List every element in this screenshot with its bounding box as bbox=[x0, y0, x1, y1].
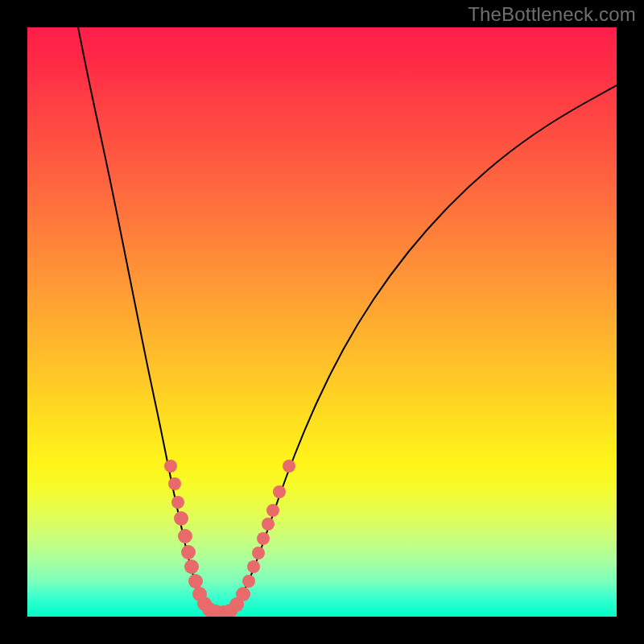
plot-area bbox=[27, 27, 617, 617]
highlight-dot bbox=[262, 518, 275, 530]
highlight-dot bbox=[273, 485, 286, 498]
highlight-dot bbox=[247, 560, 260, 573]
highlight-dot bbox=[188, 574, 203, 588]
curve-layer bbox=[27, 27, 617, 617]
highlight-dot bbox=[181, 545, 196, 559]
highlight-dot bbox=[236, 587, 250, 601]
highlight-dot bbox=[184, 559, 199, 574]
highlight-dot bbox=[178, 529, 192, 543]
highlight-dot bbox=[168, 477, 181, 490]
highlight-dots bbox=[164, 460, 295, 617]
highlight-dot bbox=[171, 496, 184, 509]
highlight-dot bbox=[283, 460, 295, 473]
highlight-dot bbox=[174, 511, 188, 526]
bottleneck-curve bbox=[78, 27, 617, 613]
highlight-dot bbox=[266, 504, 279, 517]
chart-frame: TheBottleneck.com bbox=[0, 0, 644, 644]
watermark-text: TheBottleneck.com bbox=[468, 3, 636, 26]
highlight-dot bbox=[257, 532, 270, 545]
highlight-dot bbox=[242, 575, 255, 588]
highlight-dot bbox=[252, 547, 265, 559]
highlight-dot bbox=[164, 460, 177, 473]
